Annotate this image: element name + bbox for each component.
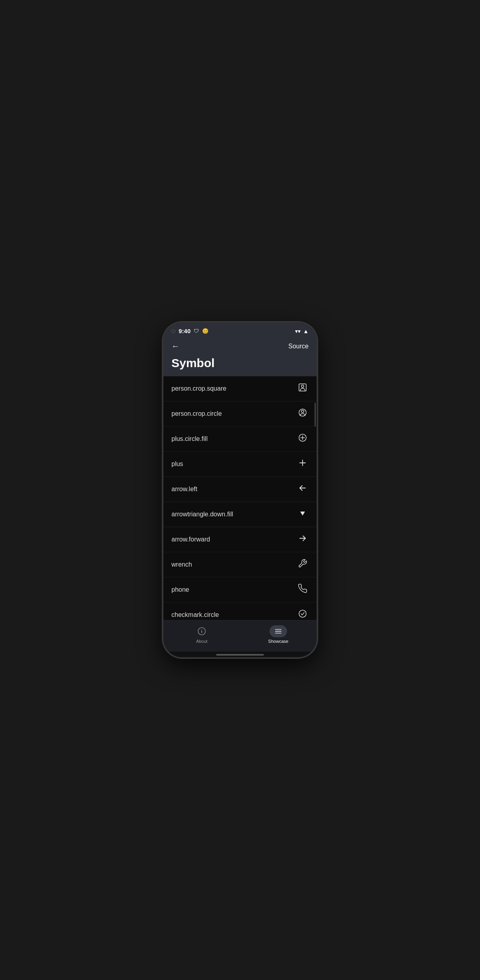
symbol-name: phone (171, 586, 189, 593)
svg-point-3 (301, 410, 304, 413)
tab-showcase-label: Showcase (268, 639, 289, 644)
tab-bar: About Showcase (163, 620, 317, 652)
person-crop-square-icon (297, 383, 309, 395)
status-right: ▾▾ ▲ (295, 328, 309, 334)
shield-status-icon: 🛡 (194, 328, 199, 334)
home-indicator (163, 652, 317, 657)
content: person.crop.square person.crop.circle pl… (163, 376, 317, 620)
symbol-name: wrench (171, 561, 192, 568)
symbol-name: plus (171, 460, 183, 468)
status-left: 9:40 🛡 😊 (171, 328, 209, 334)
arrow-left-icon (297, 483, 309, 495)
status-bar: 9:40 🛡 😊 ▾▾ ▲ (163, 323, 317, 337)
plus-icon (297, 458, 309, 470)
wifi-icon: ▾▾ (295, 328, 301, 334)
scrollbar-indicator (315, 403, 316, 427)
symbol-row[interactable]: arrowtriangle.down.fill (163, 502, 317, 527)
symbol-row[interactable]: person.crop.circle (163, 401, 317, 427)
symbol-name: arrowtriangle.down.fill (171, 511, 233, 518)
tab-showcase-icon-wrap (270, 625, 287, 637)
tab-about-icon-wrap (193, 625, 210, 637)
symbol-row[interactable]: arrow.forward (163, 527, 317, 552)
symbol-row[interactable]: arrow.left (163, 477, 317, 502)
wrench-icon (297, 559, 309, 571)
symbol-row[interactable]: plus (163, 452, 317, 477)
arrowtriangle-down-fill-icon (297, 508, 309, 520)
tab-about[interactable]: About (163, 624, 240, 645)
svg-point-12 (299, 610, 306, 617)
home-indicator-bar (216, 654, 264, 656)
symbol-row[interactable]: phone (163, 577, 317, 603)
symbol-name: checkmark.circle (171, 611, 219, 618)
tab-showcase[interactable]: Showcase (240, 624, 317, 645)
symbol-name: arrow.left (171, 486, 197, 493)
phone-icon (297, 584, 309, 596)
symbol-name: arrow.forward (171, 536, 210, 543)
symbol-name: person.crop.square (171, 385, 226, 392)
symbol-list: person.crop.square person.crop.circle pl… (163, 376, 317, 620)
tab-about-label: About (196, 639, 208, 644)
camera-dot (171, 329, 175, 333)
arrow-forward-icon (297, 533, 309, 545)
symbol-name: person.crop.circle (171, 410, 222, 417)
status-time: 9:40 (179, 328, 191, 334)
plus-circle-fill-icon (297, 433, 309, 445)
header: ← Source Symbol (163, 337, 317, 376)
phone-frame: 9:40 🛡 😊 ▾▾ ▲ ← Source Symbol person.cro… (162, 322, 318, 658)
face-status-icon: 😊 (202, 328, 209, 334)
list-icon (274, 627, 283, 636)
page-title: Symbol (170, 356, 310, 370)
svg-marker-10 (300, 512, 305, 516)
signal-icon: ▲ (303, 328, 309, 334)
source-button[interactable]: Source (287, 341, 310, 352)
checkmark-circle-icon (297, 609, 309, 620)
symbol-row[interactable]: plus.circle.fill (163, 427, 317, 452)
symbol-row[interactable]: checkmark.circle (163, 603, 317, 620)
symbol-row[interactable]: person.crop.square (163, 376, 317, 401)
back-button[interactable]: ← (170, 340, 181, 352)
info-circle-icon (197, 627, 206, 636)
svg-point-1 (301, 385, 304, 387)
person-crop-circle-icon (297, 408, 309, 420)
symbol-row[interactable]: wrench (163, 552, 317, 577)
header-nav: ← Source (170, 340, 310, 352)
symbol-name: plus.circle.fill (171, 435, 208, 443)
